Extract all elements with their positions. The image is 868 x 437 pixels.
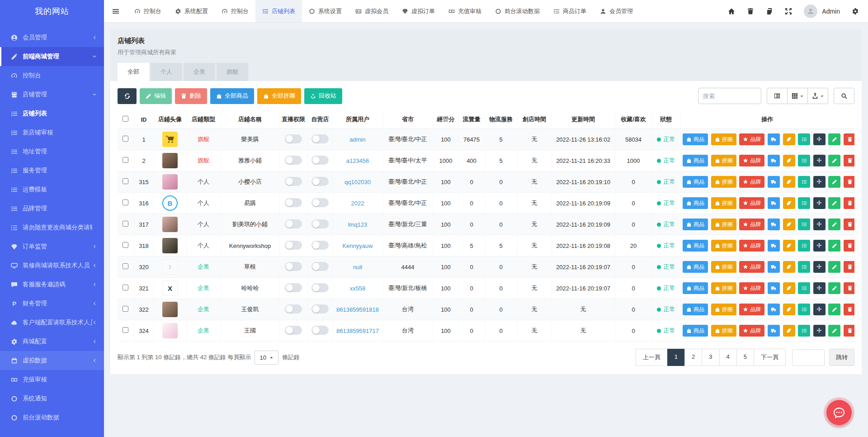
live-permission-toggle[interactable] (285, 219, 302, 228)
self-operated-toggle[interactable] (311, 326, 329, 335)
owner-user-link[interactable]: a123456 (346, 157, 369, 164)
move-button[interactable] (813, 155, 826, 166)
logistics-button[interactable] (768, 133, 780, 145)
move-button[interactable] (813, 133, 826, 145)
brand-button[interactable]: 品牌 (739, 218, 764, 230)
logistics-button[interactable] (768, 218, 780, 230)
all-groupon-button[interactable]: 全部拼團 (257, 88, 301, 104)
detail-list-button[interactable] (798, 133, 810, 145)
delete-row-button[interactable] (844, 133, 854, 145)
nav-tab[interactable]: 虚拟会员 (349, 0, 395, 22)
detail-list-button[interactable] (798, 304, 810, 315)
goods-button[interactable]: 商品 (683, 325, 708, 337)
sidebar-item[interactable]: 地址管理 (0, 142, 104, 161)
goods-button[interactable]: 商品 (683, 218, 708, 230)
sidebar-item[interactable]: 控制台 (0, 66, 104, 85)
sidebar-item[interactable]: 系统通知 (0, 389, 104, 408)
sidebar-item[interactable]: 客户端配置请联系技术人员 (0, 313, 104, 332)
sidebar-item[interactable]: 店铺列表 (0, 104, 104, 123)
groupon-button[interactable]: 拼團 (711, 325, 736, 337)
self-operated-toggle[interactable] (311, 134, 329, 143)
live-permission-toggle[interactable] (285, 134, 302, 143)
jump-page-input[interactable] (792, 349, 825, 366)
nav-tab[interactable]: 系统配置 (168, 0, 215, 22)
sidebar-item[interactable]: 前端商城管理 (0, 47, 104, 66)
goods-button[interactable]: 商品 (683, 261, 708, 273)
detail-list-button[interactable] (798, 176, 810, 188)
filter-tab[interactable]: 个人 (151, 63, 182, 81)
page-button[interactable]: 4 (719, 349, 737, 366)
self-operated-toggle[interactable] (311, 219, 329, 228)
settings-gears-icon[interactable] (852, 8, 859, 15)
detail-list-button[interactable] (798, 218, 810, 230)
groupon-button[interactable]: 拼團 (711, 282, 736, 294)
sidebar-item[interactable]: 运费模板 (0, 180, 104, 199)
sidebar-item[interactable]: 客服服务邀請碼 (0, 275, 104, 294)
groupon-button[interactable]: 拼團 (711, 218, 736, 230)
move-button[interactable] (813, 240, 826, 252)
nav-tab[interactable]: 控制台 (215, 0, 255, 22)
owner-user-link[interactable]: null (353, 264, 362, 271)
detail-list-button[interactable] (798, 197, 810, 209)
user-menu[interactable]: Admin (804, 5, 840, 18)
detail-list-button[interactable] (798, 261, 810, 273)
goods-button[interactable]: 商品 (683, 282, 708, 294)
all-goods-button[interactable]: 全部商品 (210, 88, 254, 104)
goods-button[interactable]: 商品 (683, 304, 708, 315)
jump-button[interactable]: 跳转 (829, 349, 854, 366)
edit-row-button[interactable] (828, 282, 840, 294)
owner-user-link[interactable]: admin (349, 136, 365, 143)
delete-row-button[interactable] (844, 304, 854, 315)
export-button[interactable] (807, 88, 828, 104)
self-operated-toggle[interactable] (311, 156, 329, 165)
owner-user-link[interactable]: 8613859591818 (336, 306, 379, 313)
page-button[interactable]: 下一頁 (754, 349, 786, 366)
row-checkbox[interactable] (123, 242, 128, 248)
brand-button[interactable]: 品牌 (739, 325, 764, 337)
live-permission-toggle[interactable] (285, 283, 302, 292)
page-button[interactable]: 1 (667, 349, 685, 366)
row-checkbox[interactable] (123, 157, 128, 163)
leaf-button[interactable] (783, 197, 795, 209)
move-button[interactable] (813, 197, 826, 209)
goods-button[interactable]: 商品 (683, 155, 708, 166)
owner-user-link[interactable]: 8613859591717 (336, 328, 379, 334)
move-button[interactable] (813, 261, 826, 273)
search-input[interactable] (698, 88, 761, 104)
edit-row-button[interactable] (828, 133, 840, 145)
sidebar-item[interactable]: 会员管理 (0, 28, 104, 47)
nav-tab[interactable]: 系统设置 (302, 0, 349, 22)
brand-button[interactable]: 品牌 (739, 240, 764, 252)
leaf-button[interactable] (783, 240, 795, 252)
leaf-button[interactable] (783, 304, 795, 315)
groupon-button[interactable]: 拼團 (711, 176, 736, 188)
goods-button[interactable]: 商品 (683, 197, 708, 209)
live-permission-toggle[interactable] (285, 262, 302, 271)
row-checkbox[interactable] (123, 200, 128, 205)
sidebar-item[interactable]: 财务管理 (0, 294, 104, 313)
filter-tab[interactable]: 企業 (184, 63, 215, 81)
move-button[interactable] (813, 325, 826, 337)
home-icon[interactable] (728, 8, 735, 15)
delete-row-button[interactable] (844, 240, 854, 252)
move-button[interactable] (813, 304, 826, 315)
brand-button[interactable]: 品牌 (739, 176, 764, 188)
groupon-button[interactable]: 拼團 (711, 261, 736, 273)
page-button[interactable]: 上一頁 (636, 349, 668, 366)
leaf-button[interactable] (783, 282, 795, 294)
filter-tab[interactable]: 全部 (118, 63, 149, 81)
row-checkbox[interactable] (123, 306, 128, 312)
edit-row-button[interactable] (828, 197, 840, 209)
goods-button[interactable]: 商品 (683, 133, 708, 145)
owner-user-link[interactable]: qq102030 (344, 179, 371, 185)
search-button[interactable] (834, 88, 854, 104)
detail-list-button[interactable] (798, 282, 810, 294)
logistics-button[interactable] (768, 176, 780, 188)
sidebar-item[interactable]: 装修商城请联系技术人员 (0, 256, 104, 275)
sidebar-item[interactable]: 订单监管 (0, 237, 104, 256)
owner-user-link[interactable]: xx558 (350, 285, 366, 292)
row-checkbox[interactable] (123, 136, 128, 142)
owner-user-link[interactable]: 2022 (351, 200, 364, 207)
sidebar-item[interactable]: 前台滚动数据 (0, 408, 104, 427)
groupon-button[interactable]: 拼團 (711, 240, 736, 252)
